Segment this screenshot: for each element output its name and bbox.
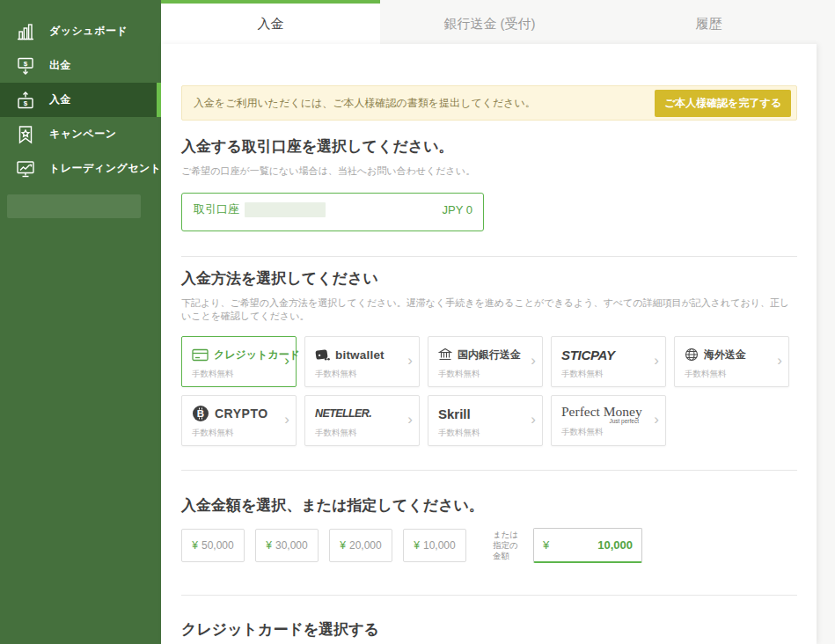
- payment-method-card[interactable]: STICPAY 手数料無料 ›: [551, 336, 666, 387]
- yen-symbol: ¥: [414, 539, 420, 552]
- payment-method-card[interactable]: NETELLER. 手数料無料 ›: [304, 395, 420, 446]
- tab-label: 銀行送金 (受付): [443, 16, 535, 33]
- globe-icon: [685, 348, 699, 362]
- chevron-right-icon: ›: [531, 353, 536, 368]
- method-section-subtitle: 下記より、ご希望の入金方法を選択してください。遅滞なく手続きを進めることができる…: [181, 296, 797, 323]
- payment-method-fee: 手数料無料: [438, 428, 528, 439]
- trading-account-selector[interactable]: 取引口座 JPY 0: [181, 193, 484, 231]
- sidebar-item[interactable]: キャンペーン: [0, 117, 161, 151]
- complete-verification-button[interactable]: ご本人様確認を完了する: [655, 90, 791, 117]
- payment-method-name: CRYPTO: [215, 406, 268, 421]
- verification-notice: 入金をご利用いただくには、ご本人様確認の書類を提出してください。 ご本人様確認を…: [181, 85, 797, 121]
- bitwallet-icon: [315, 348, 330, 362]
- yen-symbol: ¥: [340, 539, 346, 552]
- credit-card-section: クレジットカードを選択する ご利用になる登録済みカードをお選びください。以下に表…: [181, 619, 797, 644]
- payment-method-name: 国内銀行送金: [458, 348, 521, 362]
- chevron-right-icon: ›: [654, 412, 659, 427]
- account-balance: JPY 0: [443, 203, 472, 216]
- amount-section-title: 入金金額を選択、または指定してください。: [181, 495, 797, 516]
- campaign-icon: [14, 123, 37, 146]
- svg-text:B: B: [197, 408, 204, 419]
- chevron-right-icon: ›: [407, 412, 413, 427]
- verification-notice-text: 入金をご利用いただくには、ご本人様確認の書類を提出してください。: [194, 96, 655, 111]
- amount-preset-button[interactable]: ¥ 10,000: [403, 529, 466, 562]
- section-divider: [181, 470, 797, 471]
- payment-method-card[interactable]: Skrill 手数料無料 ›: [428, 395, 543, 446]
- payment-method-fee: 手数料無料: [561, 369, 651, 380]
- section-divider: [181, 595, 797, 596]
- bank-icon: [438, 348, 452, 362]
- trading-central-icon: [14, 157, 37, 180]
- custom-amount-input[interactable]: [549, 538, 633, 552]
- chevron-right-icon: ›: [777, 353, 782, 368]
- payment-method-card[interactable]: Perfect Money Just perfect 手数料無料 ›: [551, 395, 666, 446]
- preset-amount: 50,000: [201, 539, 234, 552]
- yen-symbol: ¥: [543, 538, 549, 552]
- preset-amount: 30,000: [275, 539, 308, 552]
- chevron-right-icon: ›: [284, 412, 289, 427]
- or-custom-amount-label: または指定の金額: [493, 530, 523, 561]
- deposit-icon: $: [14, 89, 37, 112]
- svg-text:$: $: [24, 59, 28, 67]
- withdraw-icon: $: [14, 55, 37, 77]
- preset-amount: 20,000: [349, 539, 382, 552]
- payment-method-name: NETELLER.: [315, 407, 371, 420]
- method-section-title: 入金方法を選択してください: [181, 268, 797, 289]
- method-card-grid: クレジットカード 手数料無料 › bitwallet 手数料無料: [181, 336, 797, 446]
- sidebar-item[interactable]: ダッシュボード: [0, 14, 161, 48]
- payment-method-card[interactable]: クレジットカード 手数料無料 ›: [181, 336, 297, 387]
- tab[interactable]: 履歴: [599, 0, 818, 44]
- yen-symbol: ¥: [266, 539, 272, 552]
- sidebar-item-label: ダッシュボード: [49, 24, 128, 39]
- method-section: 入金方法を選択してください 下記より、ご希望の入金方法を選択してください。遅滞な…: [181, 268, 797, 446]
- payment-method-card[interactable]: 国内銀行送金 手数料無料 ›: [428, 336, 543, 387]
- credit-card-icon: [192, 348, 209, 362]
- yen-symbol: ¥: [192, 539, 198, 552]
- payment-method-name: STICPAY: [561, 348, 615, 362]
- chevron-right-icon: ›: [531, 412, 536, 427]
- credit-card-section-title: クレジットカードを選択する: [181, 619, 797, 640]
- payment-method-card[interactable]: B CRYPTO 手数料無料 ›: [181, 395, 297, 446]
- amount-preset-button[interactable]: ¥ 50,000: [181, 529, 245, 562]
- payment-method-name: 海外送金: [704, 348, 746, 362]
- tab[interactable]: 銀行送金 (受付): [380, 0, 599, 44]
- sidebar-item-label: 入金: [49, 92, 71, 107]
- preset-amount: 10,000: [423, 539, 456, 552]
- app-window: ダッシュボード $ 出金 $ 入金 キャンペーン トレーディングセントラル 入金…: [0, 0, 835, 644]
- payment-method-fee: 手数料無料: [561, 427, 651, 438]
- sidebar-redacted-item[interactable]: [7, 194, 141, 218]
- amount-row: ¥ 50,000 ¥ 30,000 ¥ 20,000 ¥ 10,000 または指: [181, 528, 797, 563]
- account-section-subtitle: ご希望の口座が一覧にない場合は、当社へお問い合わせください。: [181, 165, 797, 178]
- payment-method-fee: 手数料無料: [685, 369, 774, 380]
- tab-label: 履歴: [696, 16, 722, 33]
- payment-method-fee: 手数料無料: [192, 369, 282, 380]
- payment-method-name: bitwallet: [335, 348, 385, 362]
- tab-bar: 入金 銀行送金 (受付) 履歴: [161, 0, 835, 44]
- section-divider: [181, 256, 797, 257]
- payment-method-name: Skrill: [438, 406, 471, 421]
- payment-method-card[interactable]: 海外送金 手数料無料 ›: [674, 336, 789, 387]
- payment-method-card[interactable]: bitwallet 手数料無料 ›: [304, 336, 420, 387]
- account-section-title: 入金する取引口座を選択してください。: [181, 136, 797, 157]
- svg-text:$: $: [24, 99, 28, 107]
- tab[interactable]: 入金: [161, 0, 380, 44]
- payment-method-fee: 手数料無料: [315, 428, 405, 439]
- chevron-right-icon: ›: [407, 353, 413, 368]
- tab-label: 入金: [258, 16, 284, 33]
- sidebar-item[interactable]: $ 入金: [0, 83, 161, 117]
- account-number-redacted: [245, 202, 326, 217]
- payment-method-fee: 手数料無料: [315, 369, 405, 380]
- trading-account-label: 取引口座: [194, 201, 239, 217]
- main-area: 入金 銀行送金 (受付) 履歴 入金をご利用いただくには、ご本人様確認の書類を提…: [161, 0, 835, 644]
- sidebar-item-label: トレーディングセントラル: [49, 161, 184, 176]
- sidebar: ダッシュボード $ 出金 $ 入金 キャンペーン トレーディングセントラル: [0, 0, 161, 644]
- sidebar-item-label: キャンペーン: [49, 127, 116, 142]
- amount-preset-button[interactable]: ¥ 20,000: [329, 529, 392, 562]
- payment-method-fee: 手数料無料: [438, 369, 528, 380]
- sidebar-item[interactable]: $ 出金: [0, 48, 161, 83]
- sidebar-item[interactable]: トレーディングセントラル: [0, 151, 161, 186]
- amount-preset-button[interactable]: ¥ 30,000: [255, 529, 319, 562]
- custom-amount-box: ¥: [533, 528, 642, 563]
- amount-section: 入金金額を選択、または指定してください。 ¥ 50,000 ¥ 30,000 ¥…: [181, 495, 797, 563]
- sidebar-item-label: 出金: [49, 58, 71, 73]
